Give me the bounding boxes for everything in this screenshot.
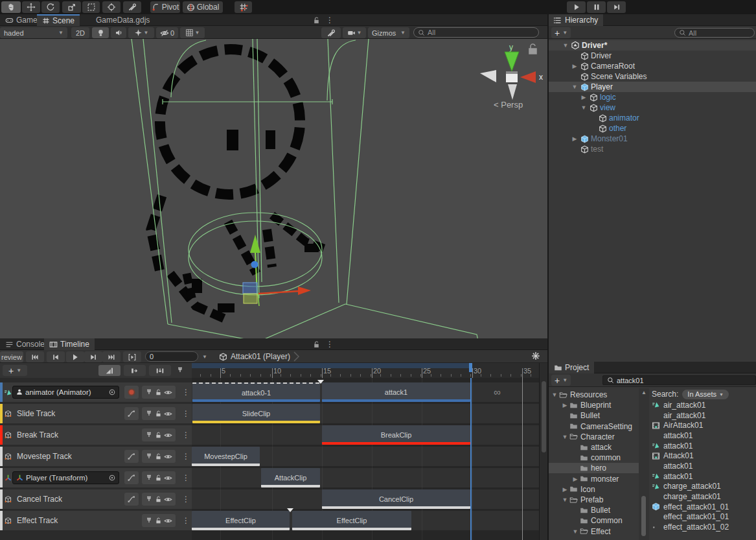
eye-icon[interactable] <box>164 495 172 504</box>
hierarchy-item[interactable]: Scene Variables <box>549 71 756 82</box>
expand-arrow[interactable]: ▶ <box>562 486 568 493</box>
search-result-item[interactable]: attack01 <box>649 430 756 441</box>
tab-scene[interactable]: Scene <box>37 14 80 26</box>
tab-timeline[interactable]: Timeline <box>44 338 95 350</box>
frame-dropdown-caret[interactable]: ▼ <box>202 354 207 360</box>
search-result-item[interactable]: charge_attack01 <box>649 491 756 502</box>
tab-game[interactable]: Game <box>0 14 43 26</box>
hierarchy-item[interactable]: ▶Monster01 <box>549 134 756 144</box>
lock-icon[interactable] <box>312 340 321 349</box>
kebab-menu-icon[interactable]: ⋮ <box>326 16 334 25</box>
scene-viewport[interactable]: y x < Persp <box>0 39 547 338</box>
object-picker-icon[interactable] <box>108 474 116 482</box>
tab-console[interactable]: Console <box>0 338 50 350</box>
timeline-ruler[interactable]: 5101520253035 <box>192 363 539 378</box>
toggle-2d-button[interactable]: 2D <box>71 27 89 38</box>
pin-icon[interactable] <box>145 474 153 482</box>
expand-arrow[interactable]: ▶ <box>572 476 578 482</box>
global-button[interactable]: Global <box>183 1 223 13</box>
pin-icon[interactable] <box>145 495 153 503</box>
playhead-marker[interactable] <box>469 363 472 372</box>
timeline-clip[interactable]: EffectClip <box>292 511 411 530</box>
timeline-track-header[interactable]: Effect Track ⋮ <box>0 511 192 530</box>
project-folder-item[interactable]: ▼Effect <box>549 526 639 537</box>
tab-hierarchy[interactable]: Hierarchy <box>549 14 603 26</box>
project-folder-item[interactable]: attack <box>549 442 639 452</box>
move-tool-button[interactable] <box>22 1 40 13</box>
scene-audio-button[interactable] <box>111 27 126 38</box>
lock-icon[interactable] <box>155 475 162 482</box>
project-folder-item[interactable]: ▶monster <box>549 474 639 484</box>
project-folder-item[interactable]: Common <box>549 515 639 526</box>
curves-button[interactable] <box>124 407 139 420</box>
pin-icon[interactable] <box>145 452 153 460</box>
timeline-track-header[interactable]: Player (Transform) ⋮ <box>0 468 192 487</box>
hierarchy-item[interactable]: Driver <box>549 51 756 61</box>
track-kebab-icon[interactable]: ⋮ <box>182 495 190 504</box>
hierarchy-item[interactable]: ▶CameraRoot <box>549 61 756 71</box>
custom-tools-tool-button[interactable] <box>123 1 141 13</box>
scene-search-input[interactable]: All <box>413 27 539 38</box>
lock-icon[interactable] <box>155 496 162 503</box>
expand-arrow[interactable]: ▼ <box>562 42 569 49</box>
lock-icon[interactable] <box>155 432 162 439</box>
timeline-lane[interactable] <box>192 468 539 487</box>
pivot-button[interactable]: Pivot <box>150 1 180 13</box>
track-object-field[interactable]: animator (Animator) <box>12 386 119 399</box>
pin-icon[interactable] <box>145 410 153 417</box>
kebab-menu-icon[interactable]: ⋮ <box>326 340 334 349</box>
step-button[interactable] <box>607 1 626 13</box>
expand-arrow[interactable]: ▶ <box>580 94 587 100</box>
expand-arrow[interactable]: ▼ <box>571 84 578 90</box>
expand-arrow[interactable]: ▼ <box>562 434 568 440</box>
play-timeline-button[interactable] <box>66 351 84 362</box>
project-folder-item[interactable]: ▼Prefab <box>549 495 639 505</box>
hierarchy-add-button[interactable]: +▼ <box>551 27 571 38</box>
lock-icon[interactable] <box>312 16 321 25</box>
project-folder-item[interactable]: ▶Blueprint <box>549 400 639 410</box>
playhead-line[interactable] <box>470 378 472 540</box>
add-track-button[interactable]: +▼ <box>3 365 27 376</box>
track-kebab-icon[interactable]: ⋮ <box>182 409 190 418</box>
lock-icon[interactable] <box>155 389 162 396</box>
rotate-tool-button[interactable] <box>41 1 60 13</box>
eye-icon[interactable] <box>164 452 172 461</box>
timeline-track-header[interactable]: animator (Animator) ⋮ <box>0 382 192 402</box>
timeline-track-header[interactable]: Movestep Track ⋮ <box>0 447 192 466</box>
hierarchy-item[interactable]: ▼Player <box>549 82 756 92</box>
project-search-input[interactable]: attack01 <box>602 375 756 385</box>
expand-arrow[interactable]: ▶ <box>571 135 578 142</box>
previous-frame-button[interactable] <box>47 351 65 362</box>
search-result-item[interactable]: effect_attack01_01 <box>649 512 756 522</box>
timeline-track-header[interactable]: Slide Track ⋮ <box>0 404 192 423</box>
record-button[interactable] <box>124 386 139 399</box>
project-folder-item[interactable]: ▼Character <box>549 432 639 442</box>
track-kebab-icon[interactable]: ⋮ <box>182 516 190 525</box>
track-kebab-icon[interactable]: ⋮ <box>182 430 190 440</box>
expand-arrow[interactable]: ▼ <box>572 528 578 535</box>
frame-field[interactable]: 0 <box>145 351 198 362</box>
project-folder-item[interactable]: ▼Resources <box>549 390 639 400</box>
project-folder-item[interactable]: CameraSetting <box>549 421 639 432</box>
scene-visibility-button[interactable]: 0 <box>156 27 178 38</box>
search-result-item[interactable]: air_attack01 <box>649 410 756 421</box>
shading-dropdown[interactable]: haded▼ <box>0 27 67 38</box>
timeline-clip[interactable]: attack0-1 <box>192 382 320 402</box>
timeline-clip[interactable]: AttackClip <box>261 468 320 487</box>
lock-icon[interactable] <box>155 410 162 417</box>
expand-arrow[interactable]: ▼ <box>580 104 587 111</box>
expand-arrow[interactable]: ▼ <box>562 497 568 503</box>
curves-button[interactable] <box>124 493 139 506</box>
timeline-clip[interactable]: BreakClip <box>322 425 470 445</box>
curves-button[interactable] <box>124 471 139 484</box>
timeline-clip[interactable]: EffectClip <box>192 511 290 530</box>
hierarchy-item[interactable]: test <box>549 144 756 154</box>
search-result-item[interactable]: air_attack01 <box>649 400 756 410</box>
pin-icon[interactable] <box>145 517 153 524</box>
eye-icon[interactable] <box>164 431 172 440</box>
tab-gamedata[interactable]: GameData.gdjs <box>91 14 155 26</box>
timeline-settings-gear-icon[interactable] <box>531 351 540 360</box>
search-result-item[interactable]: effect_attack01_02 <box>649 522 756 532</box>
timeline-clip[interactable]: SlideClip <box>192 404 320 423</box>
timeline-track-header[interactable]: Break Track ⋮ <box>0 425 192 445</box>
